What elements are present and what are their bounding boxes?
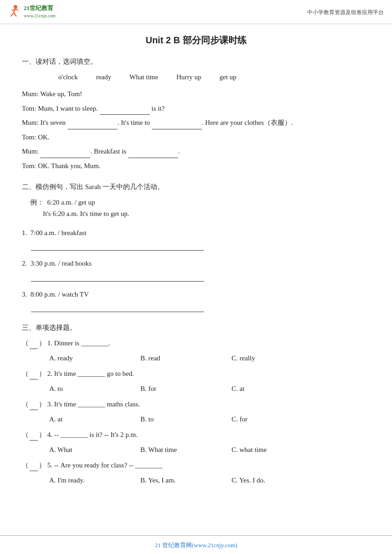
dialog-line-0: Mum: Wake up, Tom!	[22, 87, 370, 101]
word-bank-item: get up	[219, 72, 236, 83]
logo-runner-icon	[5, 4, 22, 21]
section3-title: 三、单项选择题。	[22, 322, 370, 334]
mc-answer-bracket-3	[30, 404, 38, 410]
mc-opt-3b: B. to	[140, 414, 232, 426]
section2: 二、模仿例句，写出 Sarah 一天中的几个活动。 例： 6:20 a.m. /…	[22, 181, 370, 312]
footer-text: 21 世纪教育网(www.21cnjy.com)	[155, 542, 237, 549]
logo-text: 21世纪教育	[24, 5, 56, 11]
mc-item-2: （） 2. It's time ________ go to bed.	[22, 368, 370, 380]
section3: 三、单项选择题。 （） 1. Dinner is ________. A. re…	[22, 322, 370, 487]
mc-opt-3a: A. at	[49, 414, 140, 426]
mc-opt-5a: A. I'm ready.	[49, 475, 140, 487]
doc-title: Unit 2 B 部分同步课时练	[22, 32, 370, 48]
mc-options-4: A. What B. What time C. what time	[49, 444, 370, 456]
word-bank: o'clock ready What time Hurry up get up	[58, 72, 370, 83]
section2-title: 二、模仿例句，写出 Sarah 一天中的几个活动。	[22, 181, 370, 193]
example-answer: It's 6:20 a.m. It's time to get up.	[43, 208, 370, 220]
mc-opt-4a: A. What	[49, 444, 140, 456]
exercise-item-1: 1. 7:00 a.m. / breakfast	[22, 227, 370, 251]
mc-answer-bracket-1	[30, 343, 38, 349]
mc-item-5: （） 5. -- Are you ready for class? -- ___…	[22, 460, 370, 472]
mc-opt-1a: A. ready	[49, 353, 140, 364]
svg-line-3	[14, 13, 16, 16]
word-bank-item: o'clock	[58, 72, 78, 83]
svg-line-2	[11, 13, 14, 16]
exercise-prompt-3: 3. 8:00 p.m. / watch TV	[22, 289, 370, 301]
mc-opt-2b: B. for	[140, 383, 232, 395]
page-header: 21世纪教育 www.21cnjy.com 中小学教育资源及组卷应用平台	[0, 0, 392, 24]
mc-item-3: （） 3. It's time ________ maths class.	[22, 399, 370, 410]
svg-point-0	[14, 5, 17, 9]
blank-3	[152, 121, 202, 129]
word-bank-item: What time	[129, 72, 158, 83]
logo-sub-text: www.21cnjy.com	[24, 12, 56, 20]
dialog-line-4: Mum: . Breakfast is .	[22, 145, 370, 158]
blank-2	[67, 121, 118, 129]
main-content: Unit 2 B 部分同步课时练 一、读对话，选词填空。 o'clock rea…	[0, 24, 392, 498]
logo-area: 21世纪教育 www.21cnjy.com	[5, 4, 56, 21]
page-footer: 21 世纪教育网(www.21cnjy.com)	[0, 535, 392, 554]
mc-answer-bracket-5	[30, 465, 38, 471]
mc-answer-bracket-4	[30, 434, 38, 441]
example-block: 例： 6:20 a.m. / get up It's 6:20 a.m. It'…	[30, 197, 370, 220]
blank-4	[40, 150, 90, 158]
dialog-line-3: Tom: OK.	[22, 131, 370, 144]
mc-opt-5b: B. Yes, I am.	[140, 475, 232, 487]
mc-item-1: （） 1. Dinner is ________.	[22, 338, 370, 349]
exercise-prompt-2: 2. 3:30 p.m. / read books	[22, 258, 370, 270]
answer-line-2	[31, 273, 204, 282]
dialog-line-2: Mum: It's seven . It's time to . Here ar…	[22, 116, 370, 129]
exercise-item-2: 2. 3:30 p.m. / read books	[22, 258, 370, 282]
answer-line-1	[31, 242, 204, 251]
section1: 一、读对话，选词填空。 o'clock ready What time Hurr…	[22, 56, 370, 172]
answer-line-3	[31, 304, 204, 312]
section1-title: 一、读对话，选词填空。	[22, 56, 370, 68]
mc-answer-bracket-2	[30, 373, 38, 380]
mc-options-1: A. ready B. read C. really	[49, 353, 370, 364]
word-bank-item: Hurry up	[176, 72, 201, 83]
svg-line-5	[15, 9, 18, 10]
mc-opt-5c: C. Yes. I do.	[232, 475, 323, 487]
mc-options-2: A. to B. for C. at	[49, 383, 370, 395]
blank-1	[100, 107, 150, 115]
mc-opt-4b: B. What time	[140, 444, 232, 456]
exercise-prompt-1: 1. 7:00 a.m. / breakfast	[22, 227, 370, 239]
blank-5	[128, 150, 178, 158]
word-bank-item: ready	[96, 72, 111, 83]
mc-opt-2c: C. at	[232, 383, 323, 395]
example-label: 例： 6:20 a.m. / get up	[30, 197, 370, 209]
mc-options-5: A. I'm ready. B. Yes, I am. C. Yes. I do…	[49, 475, 370, 487]
mc-opt-4c: C. what time	[232, 444, 323, 456]
mc-opt-1c: C. really	[232, 353, 323, 364]
mc-item-4: （） 4. -- ________ is it? -- It's 2 p.m.	[22, 429, 370, 441]
dialog-line-5: Tom: OK. Thank you, Mum.	[22, 159, 370, 173]
mc-options-3: A. at B. to C. for	[49, 414, 370, 426]
mc-opt-3c: C. for	[232, 414, 323, 426]
mc-opt-1b: B. read	[140, 353, 232, 364]
mc-opt-2a: A. to	[49, 383, 140, 395]
platform-label: 中小学教育资源及组卷应用平台	[307, 8, 384, 17]
dialog-line-1: Tom: Mum, I want to sleep. is it?	[22, 102, 370, 115]
exercise-item-3: 3. 8:00 p.m. / watch TV	[22, 289, 370, 313]
